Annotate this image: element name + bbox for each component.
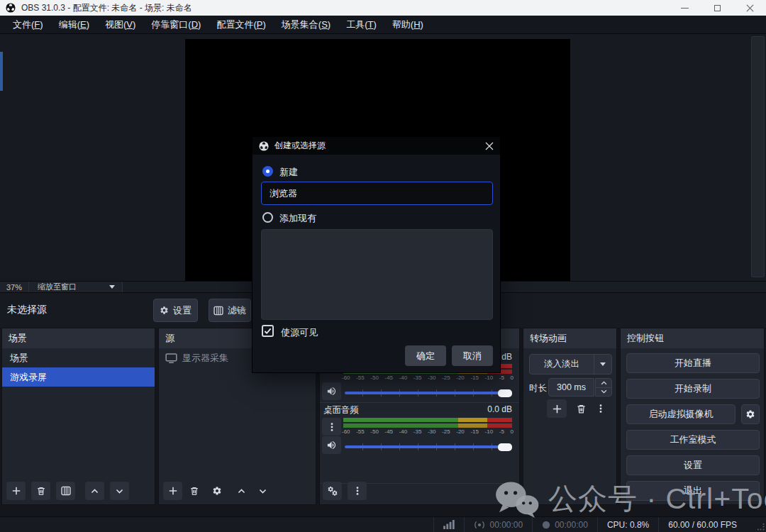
remove-transition-button[interactable] [572,399,591,418]
preview-vertical-scrollbar[interactable] [751,36,765,277]
move-source-down-button[interactable] [253,482,272,500]
fps-cell: 60.00 / 60.00 FPS [658,517,746,532]
plus-icon [552,404,562,414]
mixer-channel2-options-button[interactable] [322,418,341,436]
mixer-divider [320,402,519,403]
move-scene-down-button[interactable] [110,482,129,500]
source-properties-button[interactable]: 设置 [153,299,198,322]
advanced-audio-properties-button[interactable] [323,482,342,500]
scene-item[interactable]: 场景 [2,348,155,367]
studio-mode-button[interactable]: 工作室模式 [626,430,760,450]
trash-icon [576,404,587,414]
menu-profile[interactable]: 配置文件(P) [209,16,273,34]
obs-main-window: OBS 31.0.3 - 配置文件: 未命名 - 场景: 未命名 文件(F) 编… [0,0,766,532]
chevron-down-icon [115,487,124,496]
trash-icon [189,486,199,496]
source-properties-toolbar-button[interactable] [207,482,226,500]
mixer-channel2-mute-button[interactable] [322,436,341,454]
mixer-options-button[interactable] [348,482,367,500]
transition-select[interactable]: 淡入淡出 [529,354,612,375]
mixer-channel1-mute-button[interactable] [322,382,341,400]
remove-scene-button[interactable] [31,482,50,500]
obs-logo-icon [6,3,16,13]
close-icon [746,4,754,12]
slider-track [345,445,512,448]
start-recording-button[interactable]: 开始录制 [626,379,760,399]
add-source-button[interactable] [163,482,182,500]
menu-help[interactable]: 帮助(H) [384,16,431,34]
duration-input[interactable]: 300 ms [548,378,594,397]
controls-panel: 控制按钮 开始直播 开始录制 启动虚拟摄像机 工作室模式 设置 退出 [620,328,765,505]
obs-logo-icon [259,141,269,151]
start-streaming-button[interactable]: 开始直播 [626,353,760,373]
scale-mode-dropdown[interactable]: 缩放至窗口 [29,282,123,292]
stream-time: 00:00:00 [489,520,523,530]
radio-add-existing[interactable] [262,212,273,223]
scene-item-selected[interactable]: 游戏录屏 [2,367,155,387]
chevron-down-icon [258,487,267,496]
connection-status-cell [433,517,464,532]
make-source-visible-checkbox[interactable] [262,325,274,337]
duration-label: 时长 [529,382,547,394]
mixer-channel1-volume-slider[interactable] [345,388,512,398]
settings-button[interactable]: 设置 [626,455,760,475]
radio-add-existing-label: 添加现有 [279,212,316,225]
scale-mode-label: 缩放至窗口 [38,282,77,292]
add-scene-button[interactable] [6,482,26,500]
ok-button[interactable]: 确定 [405,345,446,366]
dialog-titlebar[interactable]: 创建或选择源 [252,137,500,155]
source-filters-button[interactable]: 滤镜 [209,299,251,322]
duration-stepper[interactable] [595,378,612,397]
check-icon [264,328,272,335]
slider-handle[interactable] [498,443,512,451]
chevron-down-icon [600,362,606,366]
kebab-menu-icon [353,486,362,496]
gear-icon [212,486,222,496]
menu-file[interactable]: 文件(F) [5,16,51,34]
source-properties-label: 设置 [173,304,192,317]
start-virtual-camera-button[interactable]: 启动虚拟摄像机 [626,404,736,424]
transition-options-button[interactable] [593,399,609,418]
radio-create-new[interactable] [262,166,273,177]
menu-docks[interactable]: 停靠窗口(D) [143,16,209,34]
menu-tools[interactable]: 工具(T) [338,16,384,34]
filter-icon [61,486,71,496]
move-source-up-button[interactable] [232,482,251,500]
maximize-icon [714,5,721,11]
remove-source-button[interactable] [184,482,204,500]
source-name-input[interactable] [261,182,493,205]
gear-icon [160,306,169,315]
menu-scene-collection[interactable]: 场景集合(S) [274,16,338,34]
status-bar: 00:00:00 00:00:00 CPU: 0.8% 60.00 / 60.0… [0,516,766,532]
minimize-button[interactable] [668,0,701,16]
scenes-panel-title: 场景 [2,328,155,348]
filter-icon [213,306,223,316]
mixer-channel2-scale: -60-55-50-45-40-35-30-25-20-15-10-50 [342,428,514,435]
speaker-icon [326,440,337,450]
virtual-camera-settings-button[interactable] [741,404,760,424]
mixer-channel2-volume-slider[interactable] [345,442,512,452]
menu-view[interactable]: 视图(V) [97,16,143,34]
chevron-down-icon [109,285,115,289]
transition-current: 淡入淡出 [530,358,594,370]
close-button[interactable] [733,0,766,16]
cancel-button[interactable]: 取消 [452,345,493,366]
stepper-down-icon[interactable] [596,388,611,397]
mixer-channel2-name: 桌面音频 [323,404,359,416]
dialog-title: 创建或选择源 [274,140,479,152]
controls-panel-title: 控制按钮 [621,328,764,348]
slider-handle[interactable] [498,389,512,397]
stepper-up-icon[interactable] [596,379,611,388]
scene-filters-button[interactable] [56,482,75,500]
exit-button[interactable]: 退出 [626,481,760,501]
dialog-close-icon[interactable] [485,142,494,150]
maximize-button[interactable] [701,0,733,16]
menu-edit[interactable]: 编辑(E) [51,16,97,34]
add-transition-button[interactable] [547,399,567,418]
radio-create-new-label: 新建 [279,166,298,179]
existing-sources-list[interactable] [261,229,493,320]
source-item-label: 显示器采集 [182,352,228,365]
no-source-selected-label: 未选择源 [7,304,47,316]
move-scene-up-button[interactable] [85,482,104,500]
resize-grip[interactable] [757,523,765,531]
